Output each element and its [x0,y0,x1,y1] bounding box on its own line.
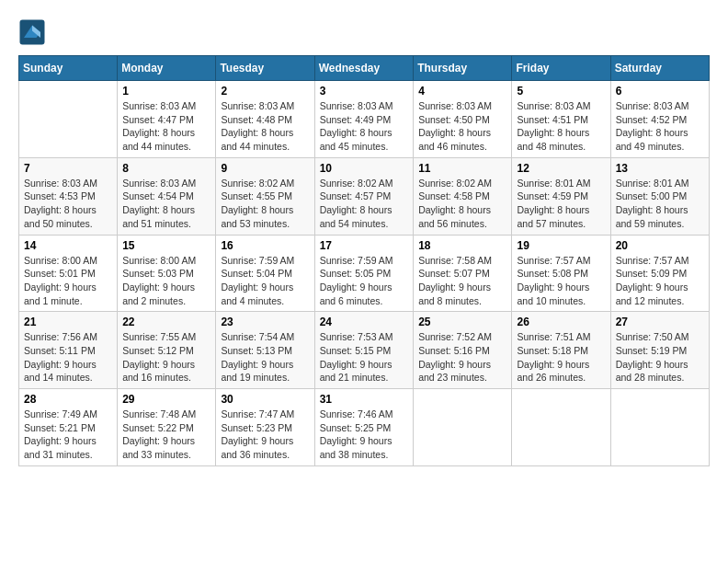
day-number: 27 [616,316,704,328]
day-number: 21 [24,316,112,328]
day-info: Sunrise: 7:50 AMSunset: 5:19 PMDaylight:… [616,330,704,385]
day-info: Sunrise: 7:46 AMSunset: 5:25 PMDaylight:… [320,408,409,462]
calendar-cell: 10Sunrise: 8:02 AMSunset: 4:57 PMDayligh… [314,157,414,235]
calendar-cell: 14Sunrise: 8:00 AMSunset: 5:01 PMDayligh… [19,235,118,312]
day-info: Sunrise: 8:03 AMSunset: 4:51 PMDaylight:… [517,99,605,154]
day-number: 13 [616,162,704,175]
day-info: Sunrise: 7:49 AMSunset: 5:21 PMDaylight:… [24,408,112,462]
calendar-cell: 28Sunrise: 7:49 AMSunset: 5:21 PMDayligh… [19,389,118,466]
weekday-header-wednesday: Wednesday [314,56,414,81]
calendar-cell: 20Sunrise: 7:57 AMSunset: 5:09 PMDayligh… [610,235,709,312]
calendar-cell: 6Sunrise: 8:03 AMSunset: 4:52 PMDaylight… [610,81,709,158]
day-number: 22 [122,316,210,328]
calendar-cell: 7Sunrise: 8:03 AMSunset: 4:53 PMDaylight… [19,157,118,235]
day-info: Sunrise: 7:51 AMSunset: 5:18 PMDaylight:… [517,330,605,385]
calendar-cell: 23Sunrise: 7:54 AMSunset: 5:13 PMDayligh… [216,312,314,389]
page-header [18,18,710,46]
day-info: Sunrise: 8:03 AMSunset: 4:47 PMDaylight:… [122,99,210,154]
calendar-cell: 8Sunrise: 8:03 AMSunset: 4:54 PMDaylight… [118,157,216,235]
calendar-cell: 24Sunrise: 7:53 AMSunset: 5:15 PMDayligh… [314,312,414,389]
day-number: 25 [418,316,506,328]
day-info: Sunrise: 7:55 AMSunset: 5:12 PMDaylight:… [122,330,210,385]
day-info: Sunrise: 7:53 AMSunset: 5:15 PMDaylight:… [320,330,409,385]
day-info: Sunrise: 8:02 AMSunset: 4:58 PMDaylight:… [418,177,506,231]
day-info: Sunrise: 8:03 AMSunset: 4:48 PMDaylight:… [221,99,309,154]
calendar-cell: 9Sunrise: 8:02 AMSunset: 4:55 PMDaylight… [216,157,314,235]
calendar-cell: 29Sunrise: 7:48 AMSunset: 5:22 PMDayligh… [118,389,216,466]
day-info: Sunrise: 8:02 AMSunset: 4:55 PMDaylight:… [221,177,309,231]
day-number: 9 [221,162,309,175]
calendar-cell: 16Sunrise: 7:59 AMSunset: 5:04 PMDayligh… [216,235,314,312]
weekday-header-monday: Monday [118,56,216,81]
day-info: Sunrise: 7:54 AMSunset: 5:13 PMDaylight:… [221,330,309,385]
day-number: 26 [517,316,605,328]
weekday-header-saturday: Saturday [610,56,709,81]
day-number: 6 [616,85,704,98]
calendar-cell: 2Sunrise: 8:03 AMSunset: 4:48 PMDaylight… [216,81,314,158]
logo-icon [18,18,46,46]
day-number: 8 [122,162,210,175]
calendar-cell: 17Sunrise: 7:59 AMSunset: 5:05 PMDayligh… [314,235,414,312]
day-number: 14 [24,239,112,252]
day-info: Sunrise: 7:57 AMSunset: 5:08 PMDaylight:… [517,254,605,308]
calendar-cell: 4Sunrise: 8:03 AMSunset: 4:50 PMDaylight… [414,81,512,158]
calendar-cell: 12Sunrise: 8:01 AMSunset: 4:59 PMDayligh… [512,157,610,235]
logo [18,18,50,46]
day-number: 4 [418,85,506,98]
calendar-cell: 13Sunrise: 8:01 AMSunset: 5:00 PMDayligh… [610,157,709,235]
day-info: Sunrise: 7:52 AMSunset: 5:16 PMDaylight:… [418,330,506,385]
weekday-header-thursday: Thursday [414,56,512,81]
calendar-week-row: 1Sunrise: 8:03 AMSunset: 4:47 PMDaylight… [19,81,710,158]
calendar-cell: 5Sunrise: 8:03 AMSunset: 4:51 PMDaylight… [512,81,610,158]
calendar-cell: 1Sunrise: 8:03 AMSunset: 4:47 PMDaylight… [118,81,216,158]
weekday-header-tuesday: Tuesday [216,56,314,81]
day-number: 2 [221,85,309,98]
day-number: 1 [122,85,210,98]
day-number: 31 [320,393,409,406]
calendar-cell [512,389,610,466]
day-number: 24 [320,316,409,328]
day-info: Sunrise: 8:03 AMSunset: 4:50 PMDaylight:… [418,99,506,154]
weekday-header-sunday: Sunday [19,56,118,81]
day-number: 10 [320,162,409,175]
calendar-week-row: 7Sunrise: 8:03 AMSunset: 4:53 PMDaylight… [19,157,710,235]
day-number: 30 [221,393,309,406]
calendar-cell: 18Sunrise: 7:58 AMSunset: 5:07 PMDayligh… [414,235,512,312]
calendar-cell [414,389,512,466]
day-info: Sunrise: 8:03 AMSunset: 4:54 PMDaylight:… [122,177,210,231]
day-number: 11 [418,162,506,175]
calendar-cell: 25Sunrise: 7:52 AMSunset: 5:16 PMDayligh… [414,312,512,389]
day-number: 5 [517,85,605,98]
day-number: 29 [122,393,210,406]
day-info: Sunrise: 7:47 AMSunset: 5:23 PMDaylight:… [221,408,309,462]
day-number: 7 [24,162,112,175]
day-info: Sunrise: 8:00 AMSunset: 5:03 PMDaylight:… [122,254,210,308]
day-number: 20 [616,239,704,252]
calendar-header-row: SundayMondayTuesdayWednesdayThursdayFrid… [19,56,710,81]
day-info: Sunrise: 8:03 AMSunset: 4:52 PMDaylight:… [616,99,704,154]
day-number: 17 [320,239,409,252]
day-number: 15 [122,239,210,252]
day-info: Sunrise: 7:57 AMSunset: 5:09 PMDaylight:… [616,254,704,308]
calendar-cell: 21Sunrise: 7:56 AMSunset: 5:11 PMDayligh… [19,312,118,389]
calendar-cell: 30Sunrise: 7:47 AMSunset: 5:23 PMDayligh… [216,389,314,466]
day-number: 28 [24,393,112,406]
day-info: Sunrise: 7:58 AMSunset: 5:07 PMDaylight:… [418,254,506,308]
calendar-cell: 31Sunrise: 7:46 AMSunset: 5:25 PMDayligh… [314,389,414,466]
day-info: Sunrise: 8:03 AMSunset: 4:53 PMDaylight:… [24,177,112,231]
day-info: Sunrise: 8:02 AMSunset: 4:57 PMDaylight:… [320,177,409,231]
day-info: Sunrise: 8:01 AMSunset: 4:59 PMDaylight:… [517,177,605,231]
day-info: Sunrise: 8:00 AMSunset: 5:01 PMDaylight:… [24,254,112,308]
calendar-week-row: 14Sunrise: 8:00 AMSunset: 5:01 PMDayligh… [19,235,710,312]
calendar-cell: 27Sunrise: 7:50 AMSunset: 5:19 PMDayligh… [610,312,709,389]
day-info: Sunrise: 7:59 AMSunset: 5:04 PMDaylight:… [221,254,309,308]
day-number: 18 [418,239,506,252]
day-info: Sunrise: 8:01 AMSunset: 5:00 PMDaylight:… [616,177,704,231]
day-number: 19 [517,239,605,252]
day-info: Sunrise: 7:56 AMSunset: 5:11 PMDaylight:… [24,330,112,385]
weekday-header-friday: Friday [512,56,610,81]
day-number: 16 [221,239,309,252]
calendar-cell: 15Sunrise: 8:00 AMSunset: 5:03 PMDayligh… [118,235,216,312]
day-info: Sunrise: 8:03 AMSunset: 4:49 PMDaylight:… [320,99,409,154]
day-number: 12 [517,162,605,175]
